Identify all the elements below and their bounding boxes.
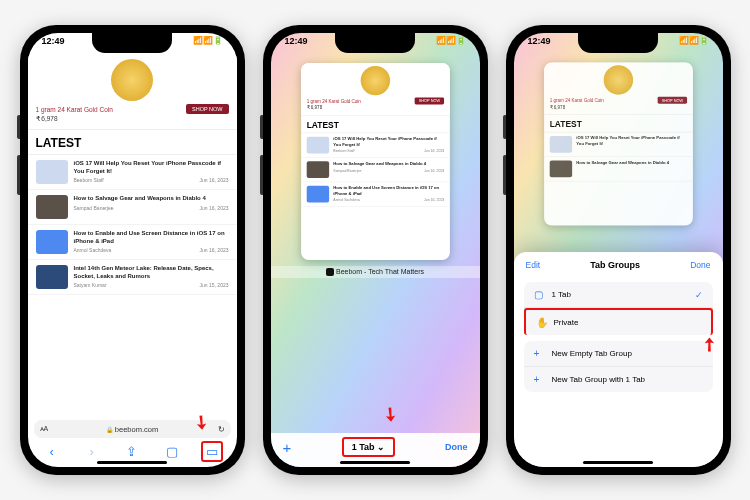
- back-button[interactable]: ‹: [41, 444, 63, 459]
- status-time: 12:49: [528, 36, 551, 46]
- status-indicators: 📶 📶 🔋: [193, 36, 222, 46]
- article-author: Anmol Sachdeva: [74, 247, 112, 253]
- home-indicator[interactable]: [97, 461, 167, 464]
- product-title: 1 gram 24 Karat Gold Coin: [36, 106, 113, 113]
- article-author: Beebom Staff: [74, 177, 104, 183]
- plus-icon: +: [534, 348, 546, 359]
- tab-groups-sheet: Edit Tab Groups Done ▢1 Tab✓ ✋Private +N…: [514, 252, 723, 467]
- tab-icon: ▢: [534, 289, 546, 300]
- article-row[interactable]: Intel 14th Gen Meteor Lake: Release Date…: [28, 260, 237, 295]
- article-thumb: [36, 160, 68, 184]
- status-time: 12:49: [285, 36, 308, 46]
- new-empty-group-button[interactable]: +New Empty Tab Group: [524, 341, 713, 367]
- tab-group-list: ▢1 Tab✓ ✋Private: [524, 282, 713, 335]
- home-indicator[interactable]: [583, 461, 653, 464]
- chevron-down-icon: ⌄: [377, 442, 385, 452]
- new-tab-button[interactable]: +: [283, 439, 292, 456]
- article-row[interactable]: iOS 17 Will Help You Reset Your iPhone P…: [28, 155, 237, 190]
- status-time: 12:49: [42, 36, 65, 46]
- sheet-title: Tab Groups: [590, 260, 640, 270]
- new-group-list: +New Empty Tab Group +New Tab Group with…: [524, 341, 713, 392]
- article-title: iOS 17 Will Help You Reset Your iPhone P…: [74, 160, 229, 175]
- share-button[interactable]: ⇪: [121, 444, 143, 459]
- article-author: Sampad Banerjee: [74, 205, 114, 211]
- address-bar[interactable]: ᴀA 🔒 beebom.com ↻: [34, 420, 231, 438]
- notch: [335, 33, 415, 53]
- product-price: ₹ 6,978: [36, 115, 229, 123]
- text-size-icon[interactable]: ᴀA: [40, 425, 49, 433]
- tab-preview-card: 1 gram 24 Karat Gold CoinSHOP NOW₹ 6,978…: [544, 62, 693, 225]
- favicon-icon: [326, 268, 334, 276]
- article-row[interactable]: How to Enable and Use Screen Distance in…: [28, 225, 237, 260]
- notch: [92, 33, 172, 53]
- latest-heading: LATEST: [28, 130, 237, 155]
- article-thumb: [36, 265, 68, 289]
- article-row[interactable]: How to Salvage Gear and Weapons in Diabl…: [28, 190, 237, 225]
- article-title: How to Salvage Gear and Weapons in Diabl…: [74, 195, 229, 203]
- status-indicators: 📶 📶 🔋: [679, 36, 708, 46]
- article-title: How to Enable and Use Screen Distance in…: [74, 230, 229, 245]
- tab-group-item-private[interactable]: ✋Private: [524, 308, 713, 335]
- tab-group-item-1tab[interactable]: ▢1 Tab✓: [524, 282, 713, 308]
- article-date: Jun 16, 2023: [200, 205, 229, 211]
- article-date: Jun 16, 2023: [200, 177, 229, 183]
- status-indicators: 📶 📶 🔋: [436, 36, 465, 46]
- shop-now-button[interactable]: SHOP NOW: [186, 104, 228, 114]
- tab-group-selector[interactable]: 1 Tab⌄: [342, 437, 395, 457]
- forward-button[interactable]: ›: [81, 444, 103, 459]
- tab-preview-card[interactable]: ✕ 1 gram 24 Karat Gold CoinSHOP NOW₹ 6,9…: [301, 63, 450, 260]
- tabs-button[interactable]: ▭: [201, 441, 223, 462]
- reload-icon[interactable]: ↻: [218, 425, 225, 434]
- ad-hero[interactable]: 1 gram 24 Karat Gold Coin SHOP NOW ₹ 6,9…: [28, 55, 237, 130]
- bookmarks-button[interactable]: ▢: [161, 444, 183, 459]
- article-date: Jun 16, 2023: [200, 247, 229, 253]
- phone-3: 12:49 📶 📶 🔋 1 gram 24 Karat Gold CoinSHO…: [506, 25, 731, 475]
- article-title: Intel 14th Gen Meteor Lake: Release Date…: [74, 265, 229, 280]
- done-button[interactable]: Done: [690, 260, 710, 270]
- webpage-content[interactable]: 1 gram 24 Karat Gold Coin SHOP NOW ₹ 6,9…: [28, 55, 237, 417]
- new-group-with-tab-button[interactable]: +New Tab Group with 1 Tab: [524, 367, 713, 392]
- phone-2: 12:49 📶 📶 🔋 ✕ 1 gram 24 Karat Gold CoinS…: [263, 25, 488, 475]
- home-indicator[interactable]: [340, 461, 410, 464]
- edit-button[interactable]: Edit: [526, 260, 541, 270]
- article-author: Satyam Kumar: [74, 282, 107, 288]
- plus-icon: +: [534, 374, 546, 385]
- url-host: beebom.com: [115, 425, 158, 434]
- phone-1: 12:49 📶 📶 🔋 1 gram 24 Karat Gold Coin SH…: [20, 25, 245, 475]
- article-thumb: [36, 230, 68, 254]
- notch: [578, 33, 658, 53]
- tab-caption: Beebom - Tech That Matters: [271, 266, 480, 278]
- article-date: Jun 15, 2023: [200, 282, 229, 288]
- article-thumb: [36, 195, 68, 219]
- checkmark-icon: ✓: [695, 290, 703, 300]
- lock-icon: 🔒: [106, 426, 113, 433]
- done-button[interactable]: Done: [445, 442, 468, 452]
- private-icon: ✋: [536, 317, 548, 328]
- gold-coin-image: [111, 59, 153, 101]
